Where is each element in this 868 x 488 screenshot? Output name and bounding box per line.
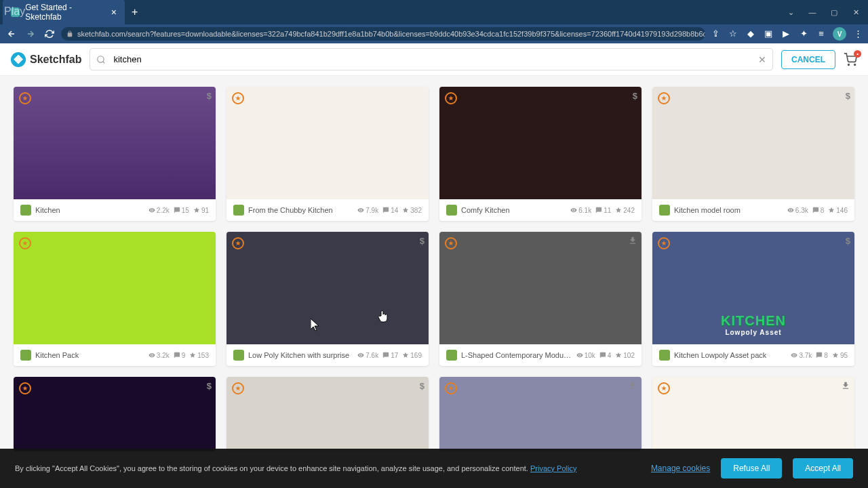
model-thumbnail[interactable] bbox=[439, 232, 642, 344]
model-title[interactable]: From the Chubby Kitchen bbox=[248, 206, 353, 214]
author-avatar[interactable] bbox=[446, 350, 457, 361]
maximize-button[interactable]: ▢ bbox=[825, 3, 844, 22]
model-title[interactable]: L-Shaped Contemporary Modular Kitchen bbox=[461, 351, 572, 359]
list-icon[interactable]: ≡ bbox=[815, 27, 827, 39]
likes-stat: 169 bbox=[402, 352, 422, 359]
svg-point-2 bbox=[854, 64, 856, 65]
minimize-button[interactable]: — bbox=[803, 3, 822, 22]
comments-stat: 17 bbox=[382, 352, 398, 359]
model-card[interactable]: $ Kitchen 2.2k 15 91 bbox=[14, 87, 216, 221]
author-avatar[interactable] bbox=[233, 205, 244, 216]
views-stat: 7.6k bbox=[357, 352, 378, 359]
cookie-banner: By clicking "Accept All Cookies", you ag… bbox=[0, 449, 868, 488]
model-title[interactable]: Comfy Kitchen bbox=[461, 206, 566, 214]
views-stat: 6.1k bbox=[570, 207, 591, 214]
model-thumbnail[interactable]: $ bbox=[14, 87, 216, 199]
views-stat: 10k bbox=[576, 352, 595, 359]
privacy-link[interactable]: Privacy Policy bbox=[530, 464, 576, 472]
url-bar[interactable]: sketchfab.com/search?features=downloadab… bbox=[61, 27, 705, 41]
author-avatar[interactable] bbox=[446, 205, 457, 216]
ext2-icon[interactable]: ▣ bbox=[762, 27, 774, 39]
price-badge: $ bbox=[846, 91, 850, 101]
search-icon bbox=[96, 55, 106, 64]
tab-close-icon[interactable]: × bbox=[111, 7, 117, 18]
cart-badge: • bbox=[854, 50, 861, 58]
model-title[interactable]: Kitchen bbox=[35, 206, 144, 214]
price-badge: $ bbox=[207, 381, 212, 391]
model-card[interactable] bbox=[652, 377, 854, 451]
model-card[interactable]: $ bbox=[226, 377, 429, 451]
model-card[interactable]: From the Chubby Kitchen 7.9k 14 382 bbox=[226, 87, 429, 221]
manage-cookies-link[interactable]: Manage cookies bbox=[651, 464, 710, 473]
model-card[interactable]: $KITCHENLowpoly Asset Kitchen Lowpoly As… bbox=[652, 232, 854, 366]
download-icon bbox=[841, 381, 850, 390]
model-title[interactable]: Kitchen Lowpoly Asset pack bbox=[674, 351, 787, 359]
model-card[interactable]: $ bbox=[14, 377, 216, 451]
refuse-all-button[interactable]: Refuse All bbox=[721, 458, 782, 479]
thumbnail-overlay-text: KITCHENLowpoly Asset bbox=[652, 313, 854, 336]
model-title[interactable]: Low Poly Kitchen with surprise bbox=[248, 351, 353, 359]
model-thumbnail[interactable]: $ bbox=[14, 377, 216, 451]
accept-all-button[interactable]: Accept All bbox=[793, 458, 853, 479]
back-button[interactable] bbox=[4, 26, 19, 41]
reload-button[interactable] bbox=[42, 26, 57, 41]
model-card[interactable]: $ Low Poly Kitchen with surprise 7.6k 17… bbox=[226, 232, 429, 366]
author-avatar[interactable] bbox=[20, 350, 31, 361]
cart-icon[interactable]: • bbox=[844, 53, 857, 66]
gear-icon bbox=[658, 382, 670, 394]
comments-stat: 11 bbox=[595, 207, 611, 214]
likes-stat: 242 bbox=[615, 207, 635, 214]
model-thumbnail[interactable] bbox=[14, 232, 216, 344]
model-thumbnail[interactable]: $ bbox=[652, 87, 854, 199]
tab-title: Get Started - Sketchfab bbox=[25, 3, 106, 22]
gear-icon bbox=[658, 92, 670, 104]
author-avatar[interactable] bbox=[659, 205, 670, 216]
author-avatar[interactable] bbox=[233, 350, 244, 361]
menu-icon[interactable]: ⋮ bbox=[852, 27, 864, 39]
model-card[interactable]: Kitchen Pack 3.2k 9 153 bbox=[14, 232, 216, 366]
card-meta: L-Shaped Contemporary Modular Kitchen 10… bbox=[439, 344, 642, 366]
profile-avatar[interactable]: V bbox=[833, 27, 846, 41]
window-controls: ⌄ — ▢ ✕ bbox=[781, 3, 865, 22]
model-thumbnail[interactable]: $ bbox=[439, 87, 642, 199]
card-meta: Comfy Kitchen 6.1k 11 242 bbox=[439, 199, 642, 221]
extension-icons: ⇪ ☆ ◆ ▣ ▶ ✦ ≡ V ⋮ bbox=[709, 27, 864, 41]
ext1-icon[interactable]: ◆ bbox=[745, 27, 757, 39]
model-thumbnail[interactable]: $ bbox=[226, 377, 429, 451]
model-thumbnail[interactable]: $ bbox=[226, 232, 429, 344]
star-icon[interactable]: ☆ bbox=[727, 27, 739, 39]
forward-button[interactable] bbox=[23, 26, 38, 41]
model-thumbnail[interactable] bbox=[439, 377, 642, 451]
model-title[interactable]: Kitchen Pack bbox=[35, 351, 144, 359]
close-window-button[interactable]: ✕ bbox=[846, 3, 865, 22]
price-badge: $ bbox=[420, 236, 425, 246]
card-meta: Kitchen 2.2k 15 91 bbox=[14, 199, 216, 221]
gear-icon bbox=[445, 237, 457, 249]
search-input[interactable] bbox=[90, 48, 773, 70]
model-thumbnail[interactable] bbox=[652, 377, 854, 451]
card-meta: Kitchen Lowpoly Asset pack 3.7k 8 95 bbox=[652, 344, 854, 366]
puzzle-icon[interactable]: ✦ bbox=[797, 27, 810, 39]
model-card[interactable] bbox=[439, 377, 642, 451]
model-card[interactable]: $ Comfy Kitchen 6.1k 11 242 bbox=[439, 87, 642, 221]
author-avatar[interactable] bbox=[659, 350, 670, 361]
card-meta: From the Chubby Kitchen 7.9k 14 382 bbox=[226, 199, 429, 221]
share-icon[interactable]: ⇪ bbox=[709, 27, 722, 39]
browser-tab[interactable]: Get Started - Sketchfab × bbox=[3, 0, 125, 26]
model-stats: 10k 4 102 bbox=[576, 352, 635, 359]
site-logo[interactable]: Sketchfab bbox=[11, 52, 81, 67]
cancel-button[interactable]: CANCEL bbox=[781, 50, 835, 69]
ext3-icon[interactable]: ▶ bbox=[780, 27, 792, 39]
cookie-text: By clicking "Accept All Cookies", you ag… bbox=[15, 463, 640, 474]
model-card[interactable]: L-Shaped Contemporary Modular Kitchen 10… bbox=[439, 232, 642, 366]
clear-search-icon[interactable]: ✕ bbox=[758, 54, 766, 65]
comments-stat: 4 bbox=[599, 352, 612, 359]
model-title[interactable]: Kitchen model room bbox=[674, 206, 783, 214]
author-avatar[interactable] bbox=[20, 205, 31, 216]
model-thumbnail[interactable] bbox=[226, 87, 429, 199]
gear-icon bbox=[232, 237, 244, 249]
model-card[interactable]: $ Kitchen model room 6.3k 8 146 bbox=[652, 87, 854, 221]
model-thumbnail[interactable]: $KITCHENLowpoly Asset bbox=[652, 232, 854, 344]
new-tab-button[interactable]: + bbox=[125, 6, 144, 18]
chevron-down-icon[interactable]: ⌄ bbox=[781, 3, 800, 22]
